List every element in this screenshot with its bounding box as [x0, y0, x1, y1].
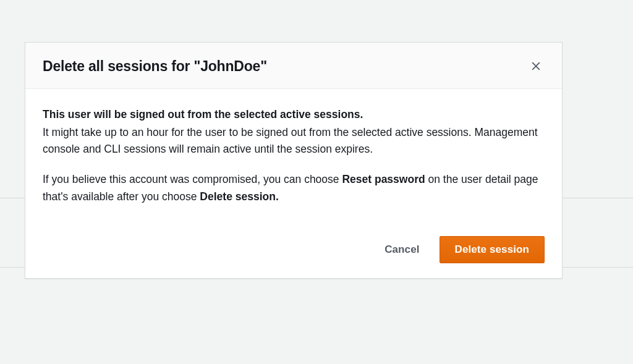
- modal-title: Delete all sessions for "JohnDoe": [43, 58, 267, 75]
- modal-paragraph-1: This user will be signed out from the se…: [43, 106, 545, 158]
- close-button[interactable]: [527, 57, 545, 75]
- delete-session-button[interactable]: Delete session: [440, 236, 545, 263]
- delete-session-bold: Delete session.: [200, 190, 278, 203]
- delete-sessions-modal: Delete all sessions for "JohnDoe" This u…: [25, 42, 563, 279]
- modal-text-line: It might take up to an hour for the user…: [43, 126, 538, 155]
- modal-footer: Cancel Delete session: [25, 224, 562, 278]
- modal-text-pre: If you believe this account was compromi…: [43, 173, 342, 185]
- modal-paragraph-2: If you believe this account was compromi…: [43, 171, 545, 205]
- cancel-button[interactable]: Cancel: [377, 237, 427, 262]
- reset-password-bold: Reset password: [342, 173, 425, 185]
- modal-body: This user will be signed out from the se…: [25, 89, 562, 224]
- modal-strong-text: This user will be signed out from the se…: [43, 106, 545, 123]
- close-icon: [530, 60, 542, 72]
- modal-header: Delete all sessions for "JohnDoe": [25, 43, 562, 89]
